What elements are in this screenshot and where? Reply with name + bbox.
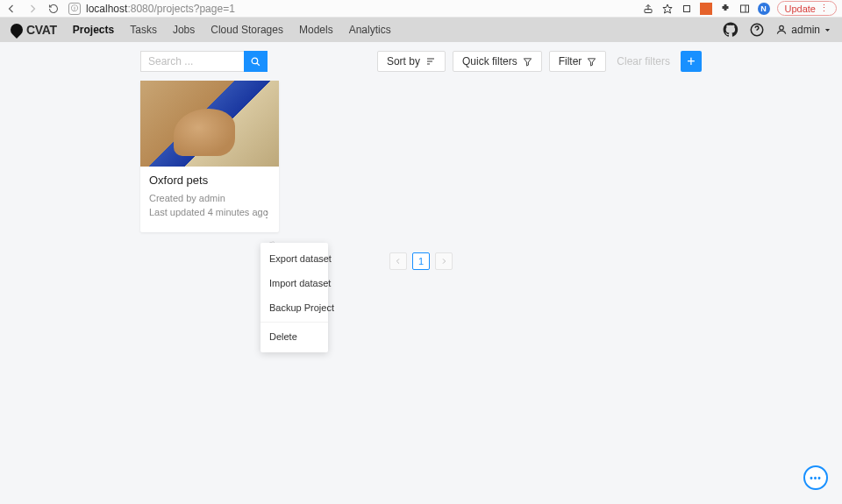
app-nav: CVAT Projects Tasks Jobs Cloud Storages … — [0, 18, 842, 42]
nav-analytics[interactable]: Analytics — [349, 24, 391, 36]
nav-jobs[interactable]: Jobs — [173, 24, 195, 36]
pagination: 1 — [389, 252, 453, 270]
svg-point-18 — [266, 217, 268, 219]
nav-right: admin — [723, 22, 831, 38]
back-icon[interactable] — [5, 3, 18, 15]
project-created: Created by admin — [149, 192, 270, 206]
browser-right-icons: N Update⋮ — [642, 1, 837, 16]
share-icon[interactable] — [642, 3, 654, 15]
user-icon — [775, 24, 788, 36]
nav-projects[interactable]: Projects — [73, 24, 114, 36]
brand-text: CVAT — [26, 23, 57, 37]
url-path: :8080/projects?page=1 — [127, 3, 234, 15]
nav-left: CVAT Projects Tasks Jobs Cloud Storages … — [11, 23, 391, 37]
funnel-icon — [523, 57, 532, 67]
user-menu[interactable]: admin — [775, 24, 831, 36]
page-prev — [389, 252, 407, 270]
funnel-icon — [587, 57, 596, 67]
dd-backup-project[interactable]: Backup Project — [260, 295, 328, 320]
filter-label: Filter — [559, 55, 582, 67]
svg-line-10 — [257, 62, 260, 65]
ext-orange-icon[interactable] — [700, 3, 712, 15]
svg-marker-8 — [825, 29, 830, 32]
add-project-button[interactable]: + — [681, 51, 702, 72]
star-icon[interactable] — [661, 3, 674, 15]
user-name: admin — [791, 24, 820, 36]
search-icon — [250, 56, 261, 67]
dd-separator — [260, 322, 328, 323]
browser-nav-buttons — [5, 3, 60, 15]
ext-generic-icon[interactable] — [681, 3, 693, 15]
project-thumbnail — [140, 81, 279, 167]
filter-button[interactable]: Filter — [549, 51, 607, 72]
project-card-body: Oxford pets Created by admin Last update… — [140, 167, 279, 232]
github-icon[interactable] — [723, 22, 739, 38]
fab-glyph: ••• — [810, 473, 822, 483]
svg-marker-15 — [589, 58, 596, 65]
svg-rect-2 — [683, 5, 689, 11]
extensions-icon[interactable] — [719, 3, 731, 15]
chat-fab[interactable]: ••• — [803, 465, 828, 490]
project-card[interactable]: Oxford pets Created by admin Last update… — [140, 81, 279, 232]
quick-filters-label: Quick filters — [462, 55, 517, 67]
nav-tasks[interactable]: Tasks — [130, 24, 157, 36]
url-text: localhost:8080/projects?page=1 — [86, 3, 235, 15]
filter-controls: Sort by Quick filters Filter Clear filte… — [377, 51, 702, 72]
svg-point-17 — [266, 214, 268, 216]
browser-update-button[interactable]: Update⋮ — [777, 1, 837, 16]
page-1[interactable]: 1 — [412, 252, 430, 270]
svg-rect-3 — [740, 5, 748, 12]
chevron-down-icon — [824, 26, 831, 34]
forward-icon[interactable] — [26, 3, 39, 15]
project-updated: Last updated 4 minutes ago — [149, 206, 270, 220]
search-input[interactable] — [140, 51, 244, 72]
nav-cloud-storages[interactable]: Cloud Storages — [210, 24, 283, 36]
page-next — [435, 252, 453, 270]
logo-mark-icon — [8, 21, 25, 39]
kebab-icon: ⋮ — [819, 3, 829, 14]
kebab-icon — [261, 209, 272, 220]
browser-bar: ⓘ localhost:8080/projects?page=1 N Updat… — [0, 0, 842, 18]
panel-icon[interactable] — [739, 3, 751, 15]
sort-label: Sort by — [387, 55, 420, 67]
nav-models[interactable]: Models — [299, 24, 333, 36]
update-label: Update — [785, 4, 816, 14]
help-icon[interactable] — [749, 22, 765, 38]
svg-marker-14 — [524, 58, 531, 65]
project-actions-dropdown: Export dataset Import dataset Backup Pro… — [260, 243, 328, 352]
svg-point-7 — [780, 25, 784, 30]
quick-filters-button[interactable]: Quick filters — [453, 51, 542, 72]
ext-n-icon[interactable]: N — [758, 3, 770, 15]
page-body: Sort by Quick filters Filter Clear filte… — [0, 42, 842, 504]
chevron-left-icon — [395, 258, 402, 265]
svg-point-16 — [266, 211, 268, 213]
clear-filters-button: Clear filters — [613, 51, 674, 72]
site-info-icon[interactable]: ⓘ — [68, 3, 81, 15]
dd-delete[interactable]: Delete — [260, 324, 328, 349]
address-bar[interactable]: ⓘ localhost:8080/projects?page=1 — [65, 3, 637, 15]
chevron-right-icon — [440, 258, 447, 265]
project-title: Oxford pets — [149, 174, 270, 187]
url-host: localhost — [86, 3, 127, 15]
svg-point-9 — [252, 58, 258, 64]
search — [140, 51, 268, 72]
sort-button[interactable]: Sort by — [377, 51, 446, 72]
search-button[interactable] — [244, 51, 268, 72]
sort-icon — [425, 56, 436, 67]
dd-import-dataset[interactable]: Import dataset — [260, 271, 328, 295]
project-more-button[interactable] — [260, 208, 274, 222]
reload-icon[interactable] — [47, 3, 60, 15]
app-logo[interactable]: CVAT — [11, 23, 57, 37]
svg-marker-1 — [663, 4, 672, 13]
dd-export-dataset[interactable]: Export dataset — [260, 246, 328, 271]
toolbar: Sort by Quick filters Filter Clear filte… — [0, 51, 842, 72]
